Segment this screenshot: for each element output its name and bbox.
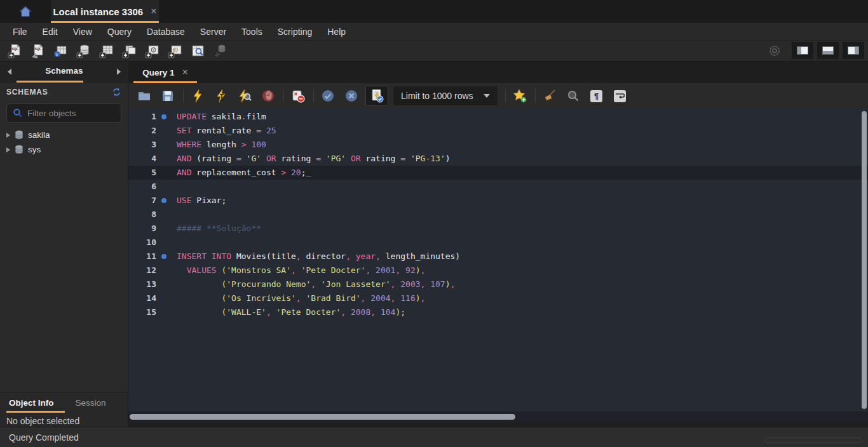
- menu-item-scripting[interactable]: Scripting: [270, 23, 320, 41]
- create-function-button[interactable]: f(): [165, 43, 184, 60]
- code-line[interactable]: 3WHERE length > 100: [128, 138, 868, 152]
- find-button[interactable]: [564, 87, 583, 105]
- connection-tab[interactable]: Local instance 3306 ×: [51, 0, 159, 23]
- create-procedure-icon: [145, 44, 159, 58]
- home-button[interactable]: [17, 4, 34, 19]
- table-inspector-button[interactable]: i: [51, 43, 70, 60]
- schema-item-sakila[interactable]: sakila: [0, 128, 128, 142]
- refresh-icon[interactable]: [112, 88, 121, 97]
- create-schema-button[interactable]: [74, 43, 93, 60]
- toggle-stop-on-error-button[interactable]: [288, 87, 308, 105]
- marker-gutter: [156, 305, 172, 319]
- title-bar: Local instance 3306 ×: [0, 0, 868, 23]
- statement-marker-icon: [156, 110, 172, 124]
- expander-arrow-icon[interactable]: [6, 133, 10, 138]
- toolbar-separator: [535, 89, 536, 103]
- menu-item-server[interactable]: Server: [193, 23, 234, 41]
- code-line[interactable]: 10: [128, 236, 868, 250]
- code-line[interactable]: 4AND (rating = 'G' OR rating = 'PG' OR r…: [128, 152, 868, 166]
- execute-current-statement-button[interactable]: [212, 87, 231, 105]
- code-line[interactable]: 9##### **Solução**: [128, 222, 868, 236]
- commit-button[interactable]: [318, 87, 337, 105]
- code-line[interactable]: 5AND replacement_cost > 20;_: [128, 166, 868, 180]
- schema-item-sys[interactable]: sys: [0, 142, 128, 157]
- search-table-data-button[interactable]: [188, 43, 207, 60]
- code-text: INSERT INTO Movies(title, director, year…: [177, 250, 460, 264]
- line-number: 9: [128, 222, 156, 236]
- code-line[interactable]: 12 VALUES ('Monstros SA', 'Pete Docter',…: [128, 264, 868, 277]
- beautify-button[interactable]: [540, 87, 559, 105]
- code-line[interactable]: 11INSERT INTO Movies(title, director, ye…: [128, 250, 868, 264]
- code-line[interactable]: 15 ('WALL-E', 'Pete Docter', 2008, 104);: [128, 305, 868, 319]
- search-table-data-icon: [191, 44, 205, 58]
- explain-button[interactable]: [235, 87, 254, 105]
- toggle-word-wrap-button[interactable]: [611, 87, 630, 105]
- panel-next-arrow-icon[interactable]: [117, 69, 121, 75]
- line-number: 2: [128, 124, 156, 138]
- code-line[interactable]: 8: [128, 208, 868, 222]
- query-tab[interactable]: Query 1 ×: [133, 62, 197, 83]
- toggle-right-sidebar-button[interactable]: [843, 42, 864, 59]
- menu-item-file[interactable]: File: [5, 23, 35, 41]
- execute-button[interactable]: [188, 87, 207, 105]
- tab-session[interactable]: Session: [76, 398, 106, 408]
- object-info-status: No object selected: [0, 416, 128, 426]
- stop-button[interactable]: [259, 87, 278, 105]
- execute-lightning-icon: [191, 89, 204, 103]
- editor-tab-strip: Query 1 ×: [128, 62, 868, 83]
- open-sql-script-button[interactable]: SQL: [28, 43, 47, 60]
- code-text: [177, 236, 182, 250]
- code-line[interactable]: 1UPDATE sakila.film: [128, 110, 868, 124]
- menu-item-help[interactable]: Help: [320, 23, 353, 41]
- rollback-button[interactable]: [342, 87, 361, 105]
- create-procedure-button[interactable]: [142, 43, 161, 60]
- save-button[interactable]: [158, 87, 177, 105]
- add-snippet-button[interactable]: [510, 87, 529, 105]
- vertical-scrollbar[interactable]: [861, 110, 867, 410]
- create-table-button[interactable]: [97, 43, 116, 60]
- line-number: 4: [128, 152, 156, 166]
- close-icon[interactable]: ×: [182, 68, 187, 77]
- code-text: [177, 208, 182, 222]
- create-view-button[interactable]: [119, 43, 139, 60]
- schemas-section-header: SCHEMAS: [0, 83, 128, 101]
- marker-gutter: [156, 166, 172, 180]
- menu-item-tools[interactable]: Tools: [234, 23, 270, 41]
- toggle-bottom-panel-button[interactable]: [817, 42, 839, 59]
- menu-item-view[interactable]: View: [65, 23, 100, 41]
- toggle-left-sidebar-button[interactable]: [792, 42, 813, 59]
- reconnect-server-button[interactable]: [211, 43, 230, 60]
- svg-text:SQL: SQL: [11, 46, 18, 50]
- preferences-button[interactable]: [765, 42, 784, 59]
- code-text: SET rental_rate = 25: [177, 124, 276, 138]
- code-text: UPDATE sakila.film: [177, 110, 266, 124]
- menu-item-edit[interactable]: Edit: [35, 23, 65, 41]
- sql-code-editor[interactable]: 1UPDATE sakila.film2SET rental_rate = 25…: [128, 109, 868, 411]
- menu-item-database[interactable]: Database: [139, 23, 193, 41]
- code-text: USE Pixar;: [177, 194, 226, 208]
- pilcrow-icon: ¶: [590, 90, 602, 102]
- limit-rows-dropdown[interactable]: Limit to 1000 rows: [393, 86, 498, 105]
- new-sql-tab-button[interactable]: SQL: [5, 43, 24, 60]
- horizontal-scrollbar-thumb[interactable]: [130, 414, 515, 420]
- menu-item-query[interactable]: Query: [100, 23, 139, 41]
- filter-objects-box[interactable]: [6, 103, 121, 123]
- code-line[interactable]: 2SET rental_rate = 25: [128, 124, 868, 138]
- code-text: AND replacement_cost > 20;_: [177, 166, 311, 180]
- tab-object-info[interactable]: Object Info: [9, 398, 54, 408]
- line-number: 1: [128, 110, 156, 124]
- close-icon[interactable]: ×: [151, 7, 156, 16]
- vertical-scrollbar-thumb[interactable]: [862, 111, 867, 409]
- line-number: 14: [128, 291, 156, 305]
- toggle-invisibles-button[interactable]: ¶: [587, 87, 606, 105]
- code-line[interactable]: 13 ('Procurando Nemo', 'Jon Lasseter', 2…: [128, 277, 868, 291]
- code-line[interactable]: 14 ('Os Incríveis', 'Brad Bird', 2004, 1…: [128, 291, 868, 305]
- open-file-button[interactable]: [135, 87, 154, 105]
- code-text: WHERE length > 100: [177, 138, 266, 152]
- toggle-autocommit-button[interactable]: [365, 86, 388, 106]
- code-line[interactable]: 7USE Pixar;: [128, 194, 868, 208]
- code-line[interactable]: 6: [128, 180, 868, 194]
- filter-objects-input[interactable]: [27, 109, 128, 118]
- expander-arrow-icon[interactable]: [6, 147, 10, 152]
- horizontal-scrollbar[interactable]: [128, 411, 868, 423]
